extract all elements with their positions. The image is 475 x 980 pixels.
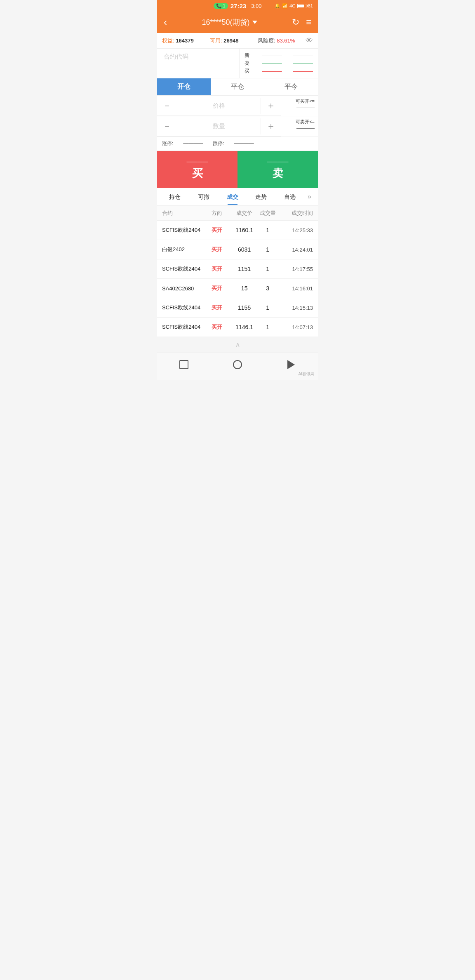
tab-watchlist[interactable]: 自选 [275, 188, 304, 205]
price-minus-button[interactable]: － [157, 96, 177, 115]
avail-sell-info: 可卖开<= ———— [281, 116, 318, 137]
contract-placeholder: 合约代码 [164, 53, 233, 61]
tab-pingcang[interactable]: 平仓 [211, 78, 264, 95]
quantity-minus-button[interactable]: － [157, 116, 177, 136]
more-tabs-icon[interactable]: » [304, 188, 315, 205]
account-bar: 权益: 164379 可用: 26948 风险度: 83.61% 👁 [157, 33, 318, 49]
call-number: 1 [223, 3, 226, 8]
tab-deal[interactable]: 成交 [218, 188, 247, 205]
trade-volume: 1 [258, 266, 277, 272]
bell-icon: 🔔 [275, 3, 280, 9]
trade-price: 1146.1 [230, 324, 258, 330]
trade-volume: 1 [258, 324, 277, 330]
trade-price: 6031 [230, 246, 258, 253]
quantity-input[interactable]: 数量 [177, 118, 261, 134]
nav-circle-button[interactable] [230, 357, 245, 372]
refresh-button[interactable]: ↻ [292, 17, 299, 28]
battery-percent: 81 [308, 3, 313, 8]
new-val2: ———— [293, 53, 313, 59]
status-right-icons: 🔔 📶 4G 81 [275, 3, 313, 9]
trade-buttons: ———— 买 ———— 卖 [157, 151, 318, 188]
battery-icon [297, 4, 306, 8]
eye-icon[interactable]: 👁 [306, 36, 313, 45]
account-title[interactable]: 16****50(期货) [202, 17, 257, 27]
tab-kaicang[interactable]: 开仓 [157, 78, 211, 95]
header-direction: 方向 [203, 210, 231, 217]
trade-contract: SCFIS欧线2404 [162, 304, 203, 311]
trade-time: 14:16:01 [277, 285, 313, 292]
table-header: 合约 方向 成交价 成交量 成交时间 [157, 206, 318, 221]
fall-stop-value: ———— [234, 140, 254, 147]
buy-button[interactable]: ———— 买 [157, 151, 238, 188]
trade-direction: 买开 [203, 304, 231, 311]
action-tabs: 开仓 平仓 平今 [157, 78, 318, 96]
wifi-icon: 📶 [282, 3, 288, 9]
back-button[interactable]: ‹ [164, 16, 167, 28]
table-row: SCFIS欧线2404 买开 1146.1 1 14:07:13 [157, 318, 318, 337]
price-input[interactable]: 价格 [177, 98, 261, 114]
triangle-icon [287, 360, 295, 369]
circle-icon [233, 360, 242, 369]
buy-val1: ———— [262, 68, 282, 74]
trade-price: 1151 [230, 266, 258, 272]
risk-value: 83.61% [277, 38, 295, 44]
trade-time: 14:17:55 [277, 266, 313, 272]
call-time: 27:23 [230, 2, 246, 9]
sell-val2: ———— [293, 61, 313, 66]
trade-time: 14:24:01 [277, 247, 313, 253]
buy-main-label: 买 [192, 166, 203, 181]
tab-trend[interactable]: 走势 [247, 188, 275, 205]
ai-logo-text: AI赛讯网 [299, 371, 315, 377]
table-row: SA402C2680 买开 15 3 14:16:01 [157, 279, 318, 298]
risk-label: 风险度: [258, 38, 275, 44]
equity-item: 权益: 164379 [162, 37, 210, 45]
new-price-row: 新 ———— ———— [245, 52, 313, 59]
tab-cancel[interactable]: 可撤 [189, 188, 218, 205]
signal-icon: 4G [289, 3, 296, 8]
trade-volume: 1 [258, 304, 277, 311]
square-icon [179, 360, 188, 369]
sell-sub-label: ———— [267, 158, 289, 165]
rise-stop-label: 涨停: [162, 140, 173, 147]
trade-price: 1155 [230, 304, 258, 311]
trade-table: SCFIS欧线2404 买开 1160.1 1 14:25:33 白银2402 … [157, 221, 318, 337]
avail-item: 可用: 26948 [210, 37, 258, 45]
trade-direction: 买开 [203, 285, 231, 292]
trade-volume: 1 [258, 227, 277, 233]
fall-stop-label: 跌停: [213, 140, 224, 147]
table-row: SCFIS欧线2404 买开 1151 1 14:17:55 [157, 259, 318, 279]
equity-value: 164379 [176, 38, 193, 44]
quantity-plus-button[interactable]: ＋ [261, 116, 281, 136]
header-volume: 成交量 [258, 210, 277, 217]
sell-main-label: 卖 [273, 166, 283, 181]
scroll-arrow-icon: ∧ [157, 337, 318, 353]
equity-label: 权益: [162, 38, 174, 44]
price-plus-button[interactable]: ＋ [261, 96, 281, 115]
contract-price-row: 合约代码 新 ———— ———— 卖 ———— ———— 买 ———— ———— [157, 49, 318, 78]
buy-sub-label: ———— [187, 158, 208, 165]
nav-triangle-button[interactable] [284, 357, 299, 372]
tab-hold[interactable]: 持仓 [160, 188, 189, 205]
header-action-icons: ↻ ≡ [292, 17, 311, 28]
quantity-input-row: － 数量 ＋ [157, 116, 281, 137]
buy-val2: ———— [293, 68, 313, 74]
price-row-inputs: － 价格 ＋ [157, 96, 281, 116]
trade-contract: SCFIS欧线2404 [162, 226, 203, 234]
contract-input-area[interactable]: 合约代码 [157, 49, 240, 78]
sell-val1: ———— [262, 61, 282, 66]
quantity-input-section: － 数量 ＋ 可卖开<= ———— [157, 116, 318, 137]
risk-item: 风险度: 83.61% [258, 37, 306, 45]
tab-pingjin[interactable]: 平今 [264, 78, 318, 95]
nav-square-button[interactable] [176, 357, 191, 372]
buy-price-row: 买 ———— ———— [245, 68, 313, 75]
menu-button[interactable]: ≡ [306, 17, 311, 28]
trade-contract: 白银2402 [162, 246, 203, 253]
call-badge: 📞 1 [214, 3, 228, 9]
new-val1: ———— [262, 53, 282, 59]
trade-contract: SCFIS欧线2404 [162, 265, 203, 273]
trading-panel: 合约代码 新 ———— ———— 卖 ———— ———— 买 ———— ————… [157, 49, 318, 188]
sell-button[interactable]: ———— 卖 [238, 151, 318, 188]
trade-direction: 买开 [203, 323, 231, 331]
avail-sell-label: 可卖开<= [284, 119, 315, 125]
trade-time: 14:25:33 [277, 227, 313, 233]
